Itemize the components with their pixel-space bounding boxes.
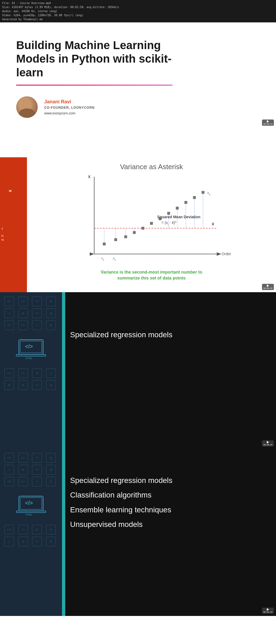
svg-text:x1: x1 xyxy=(101,256,104,261)
svg-text:Order: Order xyxy=(222,252,231,256)
pi-b2: </> xyxy=(18,368,28,378)
timestamp-3[interactable]: 00:00:45 xyxy=(262,440,274,447)
content-panel-4: Specialized regression models Classifica… xyxy=(62,449,276,616)
pi2-b5: ↗ xyxy=(4,537,14,546)
slide-content-3: HD JPG </> ⊞ ↗ ⚙ </> ⊞ HD JPG ↗ ⚙ </> HT… xyxy=(0,292,276,449)
pi-gear2: ⚙ xyxy=(46,320,56,330)
meta-video: Video: h264, yuv420p, 1280x720, 30.00 fp… xyxy=(2,13,274,17)
play-icon-3 xyxy=(267,441,269,444)
pi2-code2: </> xyxy=(32,465,42,475)
content-item-4-1: Specialized regression models xyxy=(70,476,263,485)
svg-text:x̄: x̄ xyxy=(212,222,214,226)
presenter-role: CO-FOUNDER, LOONYCORN xyxy=(44,106,95,110)
slide-title: Building Machine Learning Models in Pyth… xyxy=(0,22,276,157)
svg-rect-12 xyxy=(150,222,153,225)
pi-b7: </> xyxy=(32,380,42,390)
pi2-b1: EXE xyxy=(4,525,14,534)
play-icon-2 xyxy=(267,284,269,287)
pi2-code: </> xyxy=(32,453,42,463)
svg-text:xn: xn xyxy=(207,191,210,196)
slide-variance: X T H ra Variance as Asterisk xyxy=(0,157,276,292)
play-icon-1 xyxy=(267,120,269,123)
ts-text-2: 00:00:45 xyxy=(263,287,272,289)
pi-b8: ⊞ xyxy=(46,380,56,390)
svg-rect-35 xyxy=(16,355,46,356)
title-underline xyxy=(16,85,172,86)
presenter-info: Janani Ravi CO-FOUNDER, LOONYCORN www.lo… xyxy=(44,99,95,115)
pi-grid2: ⊞ xyxy=(46,308,56,318)
ts-text-3: 00:00:45 xyxy=(263,444,272,446)
presenter-section: Janani Ravi CO-FOUNDER, LOONYCORN www.lo… xyxy=(16,96,260,118)
teal-stripe-4 xyxy=(62,449,65,616)
svg-text:</>: </> xyxy=(25,343,33,349)
pi2-b8: ⚙ xyxy=(46,537,56,546)
meta-bar: File: 01 - Course Overview.mp4 Size: 418… xyxy=(0,0,276,22)
pi-gear: ⚙ xyxy=(18,308,28,318)
teal-stripe-3 xyxy=(62,292,65,449)
pi-b1: CSS xyxy=(4,368,14,378)
avatar xyxy=(16,96,38,118)
pi-arr2: ↗ xyxy=(32,320,42,330)
pattern-icons-3b: CSS </> ⚙ ↗ ⊞ ⚙ </> ⊞ xyxy=(0,364,62,394)
pi2-b2: </> xyxy=(18,525,28,534)
pi2-jpg2: JPG xyxy=(18,477,28,486)
timestamp-2[interactable]: 00:00:45 xyxy=(262,284,274,290)
pi-b6: ⚙ xyxy=(18,380,28,390)
pi2-arr: ↗ xyxy=(4,465,14,475)
pi2-b6: ⊞ xyxy=(18,537,28,546)
svg-rect-11 xyxy=(142,227,144,230)
chart-title: Variance as Asterisk xyxy=(38,163,265,171)
laptop-icon-3: </> HTML xyxy=(15,337,47,361)
pi-grid: ⊞ xyxy=(46,297,56,306)
pattern-icons-3: HD JPG </> ⊞ ↗ ⚙ </> ⊞ HD JPG ↗ ⚙ xyxy=(0,292,62,334)
meta-generated: Generated by Thumbnail.me xyxy=(2,17,274,21)
pi-jpg: JPG xyxy=(18,297,28,306)
svg-text:</>: </> xyxy=(25,500,33,506)
slide-content-4: HD JPG </> ⊞ ↗ ⚙ </> ⊞ HD JPG ↗ ⚙ </> HT… xyxy=(0,449,276,616)
content-panel-3: Specialized regression models xyxy=(62,292,276,449)
pi2-jpg: JPG xyxy=(18,453,28,463)
ts-text-4: 00:01:32 xyxy=(263,611,272,613)
sidebar-text3: ra xyxy=(1,238,26,241)
pattern-icons-4: HD JPG </> ⊞ ↗ ⚙ </> ⊞ HD JPG ↗ ⚙ xyxy=(0,449,62,491)
pi2-gear: ⚙ xyxy=(18,465,28,475)
pi2-b4: ⚙ xyxy=(46,525,56,534)
pi2-b3: ⊞ xyxy=(32,525,42,534)
pi-code: </> xyxy=(32,297,42,306)
content-list-3: Specialized regression models xyxy=(62,292,276,361)
pi-b3: ⚙ xyxy=(32,368,42,378)
svg-text:HTML: HTML xyxy=(26,513,32,516)
pi2-grid: ⊞ xyxy=(46,453,56,463)
variance-chart: X Order xn x̄ xyxy=(38,174,265,265)
meta-size: Size: 4181497 bytes (3.99 MiB), duration… xyxy=(2,5,274,9)
pi-b5: ⊞ xyxy=(4,380,14,390)
pi2-gear2: ⚙ xyxy=(46,477,56,486)
course-title: Building Machine Learning Models in Pyth… xyxy=(16,39,172,79)
red-sidebar: X T H ra xyxy=(0,157,27,292)
pi2-arr2: ↗ xyxy=(32,477,42,486)
content-item-3-1: Specialized regression models xyxy=(70,330,263,340)
presenter-website: www.loonycorn.com xyxy=(44,111,95,115)
svg-text:X: X xyxy=(88,175,91,179)
timestamp-4[interactable]: 00:01:32 xyxy=(262,608,274,614)
content-item-4-2: Classification algorithms xyxy=(70,490,263,500)
pi2-grid2: ⊞ xyxy=(46,465,56,475)
presenter-name: Janani Ravi xyxy=(44,99,95,105)
svg-text:Squared Mean Deviation: Squared Mean Deviation xyxy=(157,215,200,219)
meta-audio: Audio: aac, 44100 Hz, stereo (eng) xyxy=(2,9,274,13)
timestamp-1[interactable]: 00:00:24 xyxy=(262,120,274,126)
pi-jpg2: JPG xyxy=(18,320,28,330)
pi-arr: ↗ xyxy=(4,308,14,318)
svg-text:= (xi - x̄)2: = (xi - x̄)2 xyxy=(161,220,177,226)
ts-text-1: 00:00:24 xyxy=(263,123,272,125)
meta-file: File: 01 - Course Overview.mp4 xyxy=(2,1,274,5)
sidebar-text2: H xyxy=(1,234,26,237)
pi-code2: </> xyxy=(32,308,42,318)
pi2-hd: HD xyxy=(4,453,14,463)
svg-text:x2: x2 xyxy=(113,256,116,261)
svg-rect-40 xyxy=(16,511,46,513)
pi-hd: HD xyxy=(4,297,14,306)
sidebar-x-label: X xyxy=(8,190,12,192)
content-list-4: Specialized regression models Classifica… xyxy=(62,449,276,551)
chart-area: Variance as Asterisk X Order xn xyxy=(27,157,276,292)
